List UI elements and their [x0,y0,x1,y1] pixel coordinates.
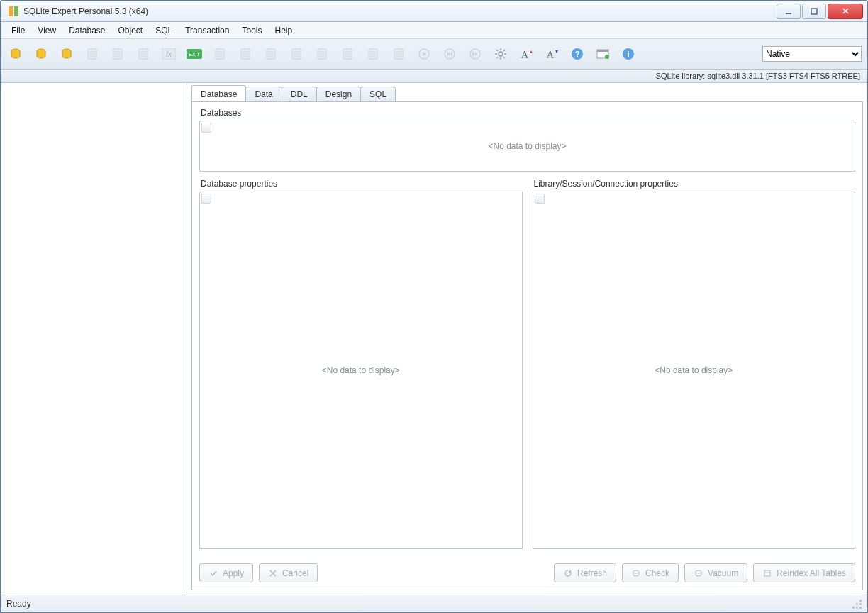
menu-sql[interactable]: SQL [149,22,179,38]
menubar: FileViewDatabaseObjectSQLTransactionTool… [1,22,867,39]
svg-rect-89 [764,570,770,576]
db-check-icon [631,568,641,578]
info-icon[interactable]: i [619,45,638,63]
columns-icon[interactable] [313,45,331,63]
run-icon[interactable] [415,45,433,63]
close-button[interactable] [828,4,863,19]
x-icon [268,568,278,578]
status-ready: Ready [6,599,43,609]
db-props-label: Database properties [201,179,523,189]
svg-point-87 [633,570,639,573]
button-label: Cancel [282,568,308,578]
menu-tools[interactable]: Tools [235,22,268,38]
new-table-icon[interactable] [211,45,229,63]
properties-row: Database properties <No data to display>… [199,179,855,556]
delete-table-icon[interactable] [262,45,280,63]
svg-text:?: ? [575,50,580,58]
svg-point-65 [499,52,503,56]
lib-props-box[interactable]: <No data to display> [533,192,856,549]
rewind-icon[interactable] [466,45,484,63]
db-tree-sidebar[interactable] [1,83,187,595]
tab-sql[interactable]: SQL [360,87,396,101]
apply-button[interactable]: Apply [199,563,253,582]
mode-select[interactable]: Native [762,46,862,62]
app-window: SQLite Expert Personal 5.3 (x64) FileVie… [0,0,868,613]
toolbar: fxEXITA▴A▾?i Native [1,39,867,70]
db-props-box[interactable]: <No data to display> [199,192,523,549]
check-button[interactable]: Check [622,563,679,582]
tab-ddl[interactable]: DDL [282,87,317,101]
library-strip: SQLite library: sqlite3.dll 3.31.1 [FTS3… [1,70,867,83]
menu-database[interactable]: Database [62,22,111,38]
svg-text:A: A [547,49,555,60]
refresh-icon [563,568,573,578]
step-icon[interactable] [440,45,459,63]
properties-icon[interactable] [338,45,357,63]
svg-text:▴: ▴ [530,48,533,55]
svg-line-71 [503,57,505,58]
check-icon [208,568,218,578]
open-db-icon[interactable] [32,45,50,63]
menu-transaction[interactable]: Transaction [179,22,235,38]
grid-corner-icon [535,194,545,204]
db-props-group: Database properties <No data to display> [199,179,523,549]
remove-db-icon[interactable] [83,45,101,63]
button-label: Reindex All Tables [777,568,846,578]
new-db-icon[interactable] [6,45,25,63]
maximize-button[interactable] [802,4,826,19]
svg-text:▾: ▾ [555,48,558,55]
svg-rect-64 [472,52,474,56]
tab-design[interactable]: Design [316,87,361,101]
grid-corner-icon [201,123,211,133]
databases-group: Databases <No data to display> [199,108,855,172]
svg-rect-3 [811,9,817,14]
main-row: DatabaseDataDDLDesignSQL Databases <No d… [1,83,867,595]
svg-point-82 [605,55,609,59]
grid-corner-icon [201,194,211,204]
tab-data[interactable]: Data [245,87,282,101]
folder-icon[interactable] [364,45,382,63]
resize-grip-icon[interactable] [852,599,862,609]
button-row: Apply Cancel Refresh Check [199,563,855,582]
svg-marker-58 [423,52,427,56]
settings-icon[interactable] [491,45,510,63]
edit-table-icon[interactable] [236,45,255,63]
reindex-button[interactable]: Reindex All Tables [753,563,855,582]
tab-database-page: Databases <No data to display> Database … [191,101,863,590]
menu-file[interactable]: File [5,22,31,38]
svg-text:A: A [521,49,529,60]
script-icon[interactable] [389,45,408,63]
window-icon[interactable] [594,45,612,63]
svg-line-73 [496,57,498,58]
cancel-button[interactable]: Cancel [259,563,318,582]
svg-text:i: i [627,50,629,58]
attach-db-icon[interactable] [57,45,76,63]
font-inc-icon[interactable]: A▴ [517,45,535,63]
indexes-icon[interactable] [287,45,306,63]
button-label: Check [645,568,669,578]
menu-object[interactable]: Object [112,22,150,38]
library-text: SQLite library: sqlite3.dll 3.31.1 [FTS3… [656,72,860,80]
menu-help[interactable]: Help [268,22,299,38]
svg-marker-63 [474,52,477,56]
vacuum-icon [694,568,703,578]
svg-text:EXIT: EXIT [189,52,200,57]
nodata-text: <No data to display> [200,121,855,171]
databases-box[interactable]: <No data to display> [199,121,855,172]
button-label: Apply [223,568,244,578]
minimize-button[interactable] [777,4,801,19]
refresh-button[interactable]: Refresh [554,563,616,582]
font-dec-icon[interactable]: A▾ [542,45,561,63]
mode-select-wrap: Native [762,46,862,62]
tab-database[interactable]: Database [191,85,246,101]
help-icon[interactable]: ? [568,45,586,63]
vacuum-button[interactable]: Vacuum [684,563,747,582]
svg-line-72 [503,50,505,51]
button-label: Vacuum [708,568,738,578]
copy-icon[interactable] [134,45,152,63]
rename-icon[interactable] [108,45,127,63]
titlebar: SQLite Expert Personal 5.3 (x64) [1,1,867,22]
fx-icon[interactable]: fx [160,45,178,63]
exit-icon[interactable]: EXIT [185,45,204,63]
menu-view[interactable]: View [31,22,62,38]
